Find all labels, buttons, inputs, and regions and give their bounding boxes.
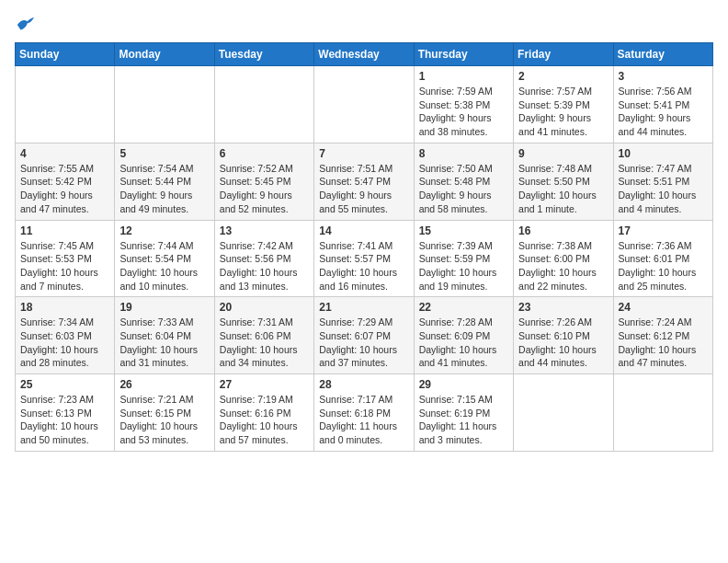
- calendar-cell: 21Sunrise: 7:29 AM Sunset: 6:07 PM Dayli…: [314, 297, 414, 374]
- calendar-week-4: 18Sunrise: 7:34 AM Sunset: 6:03 PM Dayli…: [16, 297, 713, 374]
- day-number: 2: [518, 70, 608, 83]
- calendar-week-2: 4Sunrise: 7:55 AM Sunset: 5:42 PM Daylig…: [16, 143, 713, 220]
- calendar-cell: 26Sunrise: 7:21 AM Sunset: 6:15 PM Dayli…: [115, 374, 214, 452]
- logo: [15, 15, 36, 35]
- day-number: 9: [518, 147, 608, 160]
- calendar-cell: 28Sunrise: 7:17 AM Sunset: 6:18 PM Dayli…: [314, 374, 414, 452]
- weekday-header-friday: Friday: [514, 43, 613, 66]
- day-number: 17: [619, 224, 708, 237]
- day-info: Sunrise: 7:52 AM Sunset: 5:45 PM Dayligh…: [220, 162, 309, 216]
- day-number: 4: [20, 147, 109, 160]
- day-info: Sunrise: 7:26 AM Sunset: 6:10 PM Dayligh…: [518, 316, 608, 370]
- calendar-cell: 8Sunrise: 7:50 AM Sunset: 5:48 PM Daylig…: [414, 143, 513, 220]
- day-info: Sunrise: 7:55 AM Sunset: 5:42 PM Dayligh…: [20, 162, 109, 216]
- calendar-cell: 2Sunrise: 7:57 AM Sunset: 5:39 PM Daylig…: [514, 66, 613, 144]
- calendar-week-1: 1Sunrise: 7:59 AM Sunset: 5:38 PM Daylig…: [16, 66, 713, 144]
- calendar-cell: 20Sunrise: 7:31 AM Sunset: 6:06 PM Dayli…: [214, 297, 313, 374]
- day-number: 25: [20, 378, 109, 391]
- calendar-cell: 3Sunrise: 7:56 AM Sunset: 5:41 PM Daylig…: [613, 66, 712, 144]
- calendar-cell: 1Sunrise: 7:59 AM Sunset: 5:38 PM Daylig…: [414, 66, 513, 144]
- day-number: 6: [220, 147, 309, 160]
- day-number: 10: [619, 147, 708, 160]
- weekday-header-saturday: Saturday: [613, 43, 712, 66]
- day-number: 1: [419, 70, 508, 83]
- day-number: 5: [119, 147, 209, 160]
- day-number: 20: [220, 301, 309, 314]
- calendar-cell: 9Sunrise: 7:48 AM Sunset: 5:50 PM Daylig…: [514, 143, 613, 220]
- day-info: Sunrise: 7:28 AM Sunset: 6:09 PM Dayligh…: [419, 316, 508, 370]
- calendar-cell: 22Sunrise: 7:28 AM Sunset: 6:09 PM Dayli…: [414, 297, 513, 374]
- day-info: Sunrise: 7:29 AM Sunset: 6:07 PM Dayligh…: [319, 316, 408, 370]
- calendar-header: SundayMondayTuesdayWednesdayThursdayFrid…: [16, 43, 713, 66]
- day-number: 21: [319, 301, 408, 314]
- day-number: 7: [319, 147, 408, 160]
- calendar-cell: 15Sunrise: 7:39 AM Sunset: 5:59 PM Dayli…: [414, 220, 513, 297]
- day-info: Sunrise: 7:44 AM Sunset: 5:54 PM Dayligh…: [119, 239, 209, 293]
- day-info: Sunrise: 7:36 AM Sunset: 6:01 PM Dayligh…: [619, 239, 708, 293]
- calendar-cell: 29Sunrise: 7:15 AM Sunset: 6:19 PM Dayli…: [414, 374, 513, 452]
- day-info: Sunrise: 7:56 AM Sunset: 5:41 PM Dayligh…: [619, 85, 708, 139]
- day-info: Sunrise: 7:41 AM Sunset: 5:57 PM Dayligh…: [319, 239, 408, 293]
- day-number: 8: [419, 147, 508, 160]
- calendar-cell: 13Sunrise: 7:42 AM Sunset: 5:56 PM Dayli…: [214, 220, 313, 297]
- day-info: Sunrise: 7:34 AM Sunset: 6:03 PM Dayligh…: [20, 316, 109, 370]
- day-number: 18: [20, 301, 109, 314]
- calendar-cell: 18Sunrise: 7:34 AM Sunset: 6:03 PM Dayli…: [16, 297, 115, 374]
- calendar-cell: 17Sunrise: 7:36 AM Sunset: 6:01 PM Dayli…: [613, 220, 712, 297]
- day-number: 27: [220, 378, 309, 391]
- calendar-cell: 14Sunrise: 7:41 AM Sunset: 5:57 PM Dayli…: [314, 220, 414, 297]
- calendar-cell: [613, 374, 712, 452]
- calendar-cell: [115, 66, 214, 144]
- calendar-cell: 4Sunrise: 7:55 AM Sunset: 5:42 PM Daylig…: [16, 143, 115, 220]
- calendar-body: 1Sunrise: 7:59 AM Sunset: 5:38 PM Daylig…: [16, 66, 713, 452]
- day-number: 28: [319, 378, 408, 391]
- calendar-table: SundayMondayTuesdayWednesdayThursdayFrid…: [15, 42, 713, 452]
- calendar-cell: 23Sunrise: 7:26 AM Sunset: 6:10 PM Dayli…: [514, 297, 613, 374]
- calendar-cell: 16Sunrise: 7:38 AM Sunset: 6:00 PM Dayli…: [514, 220, 613, 297]
- calendar-cell: 27Sunrise: 7:19 AM Sunset: 6:16 PM Dayli…: [214, 374, 313, 452]
- calendar-cell: 7Sunrise: 7:51 AM Sunset: 5:47 PM Daylig…: [314, 143, 414, 220]
- calendar-cell: 11Sunrise: 7:45 AM Sunset: 5:53 PM Dayli…: [16, 220, 115, 297]
- day-number: 19: [119, 301, 209, 314]
- day-info: Sunrise: 7:45 AM Sunset: 5:53 PM Dayligh…: [20, 239, 109, 293]
- weekday-header-tuesday: Tuesday: [214, 43, 313, 66]
- day-info: Sunrise: 7:59 AM Sunset: 5:38 PM Dayligh…: [419, 85, 508, 139]
- day-info: Sunrise: 7:47 AM Sunset: 5:51 PM Dayligh…: [619, 162, 708, 216]
- day-number: 29: [419, 378, 508, 391]
- calendar-week-5: 25Sunrise: 7:23 AM Sunset: 6:13 PM Dayli…: [16, 374, 713, 452]
- calendar-cell: 12Sunrise: 7:44 AM Sunset: 5:54 PM Dayli…: [115, 220, 214, 297]
- calendar-cell: 10Sunrise: 7:47 AM Sunset: 5:51 PM Dayli…: [613, 143, 712, 220]
- day-number: 22: [419, 301, 508, 314]
- calendar-cell: [16, 66, 115, 144]
- day-info: Sunrise: 7:39 AM Sunset: 5:59 PM Dayligh…: [419, 239, 508, 293]
- calendar-cell: 24Sunrise: 7:24 AM Sunset: 6:12 PM Dayli…: [613, 297, 712, 374]
- page-header: [15, 15, 713, 35]
- day-info: Sunrise: 7:42 AM Sunset: 5:56 PM Dayligh…: [220, 239, 309, 293]
- calendar-cell: [214, 66, 313, 144]
- calendar-cell: 25Sunrise: 7:23 AM Sunset: 6:13 PM Dayli…: [16, 374, 115, 452]
- calendar-cell: 19Sunrise: 7:33 AM Sunset: 6:04 PM Dayli…: [115, 297, 214, 374]
- weekday-header-wednesday: Wednesday: [314, 43, 414, 66]
- day-number: 11: [20, 224, 109, 237]
- day-info: Sunrise: 7:51 AM Sunset: 5:47 PM Dayligh…: [319, 162, 408, 216]
- day-info: Sunrise: 7:23 AM Sunset: 6:13 PM Dayligh…: [20, 393, 109, 447]
- day-number: 12: [119, 224, 209, 237]
- day-info: Sunrise: 7:21 AM Sunset: 6:15 PM Dayligh…: [119, 393, 209, 447]
- day-number: 16: [518, 224, 608, 237]
- calendar-week-3: 11Sunrise: 7:45 AM Sunset: 5:53 PM Dayli…: [16, 220, 713, 297]
- day-number: 13: [220, 224, 309, 237]
- day-number: 23: [518, 301, 608, 314]
- day-info: Sunrise: 7:17 AM Sunset: 6:18 PM Dayligh…: [319, 393, 408, 447]
- day-info: Sunrise: 7:33 AM Sunset: 6:04 PM Dayligh…: [119, 316, 209, 370]
- day-info: Sunrise: 7:50 AM Sunset: 5:48 PM Dayligh…: [419, 162, 508, 216]
- day-info: Sunrise: 7:54 AM Sunset: 5:44 PM Dayligh…: [119, 162, 209, 216]
- calendar-cell: [314, 66, 414, 144]
- day-number: 14: [319, 224, 408, 237]
- day-number: 3: [619, 70, 708, 83]
- day-info: Sunrise: 7:48 AM Sunset: 5:50 PM Dayligh…: [518, 162, 608, 216]
- day-number: 24: [619, 301, 708, 314]
- calendar-cell: 5Sunrise: 7:54 AM Sunset: 5:44 PM Daylig…: [115, 143, 214, 220]
- weekday-header-sunday: Sunday: [16, 43, 115, 66]
- day-info: Sunrise: 7:15 AM Sunset: 6:19 PM Dayligh…: [419, 393, 508, 447]
- day-info: Sunrise: 7:57 AM Sunset: 5:39 PM Dayligh…: [518, 85, 608, 139]
